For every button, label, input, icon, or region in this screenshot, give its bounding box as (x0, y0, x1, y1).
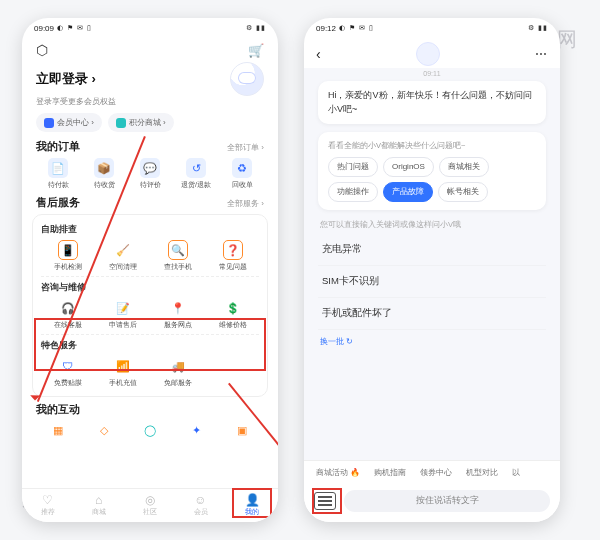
misc-icon[interactable]: ▦ (48, 420, 68, 440)
category-pill[interactable]: 功能操作 (328, 182, 378, 202)
quicklink[interactable]: 以 (512, 467, 520, 478)
cell-label: 申请售后 (109, 320, 137, 330)
heart-icon: ♡ (42, 494, 53, 506)
suggestion-item[interactable]: 手机或配件坏了 (318, 298, 546, 330)
quicklink[interactable]: 商城活动 🔥 (316, 467, 360, 478)
tab-mall[interactable]: ⌂商城 (92, 494, 106, 517)
box-icon: 📦 (94, 158, 114, 178)
svc-service-point[interactable]: 📍服务网点 (151, 298, 204, 330)
cell-label: 常见问题 (219, 262, 247, 272)
chip-member-center[interactable]: 会员中心 › (36, 113, 102, 132)
svc-online-cs[interactable]: 🎧在线客服 (41, 298, 94, 330)
truck-icon: 🚚 (168, 356, 188, 376)
svc-apply-after[interactable]: 📝申请售后 (96, 298, 149, 330)
tab-label: 社区 (143, 507, 157, 517)
status-time: 09:12 (316, 24, 336, 33)
order-item-ship[interactable]: 📦待收货 (82, 158, 126, 190)
order-item-refund[interactable]: ↺退货/退款 (174, 158, 218, 190)
keyboard-icon[interactable] (314, 492, 336, 510)
tab-label: 我的 (245, 507, 259, 517)
order-item-recycle[interactable]: ♻回收单 (220, 158, 264, 190)
category-pill[interactable]: 热门问题 (328, 157, 378, 177)
svc-phone-check[interactable]: 📱手机检测 (41, 240, 94, 272)
tab-member[interactable]: ☺会员 (194, 494, 208, 517)
misc-icon[interactable]: ▣ (232, 420, 252, 440)
svc-repair-price[interactable]: 💲维修价格 (206, 298, 259, 330)
more-icon[interactable]: ⋯ (535, 47, 548, 61)
category-pill[interactable]: 产品故障 (383, 182, 433, 202)
home-icon: ⌂ (95, 494, 102, 506)
orders-more-link[interactable]: 全部订单 › (227, 142, 264, 153)
order-item-review[interactable]: 💬待评价 (128, 158, 172, 190)
subgroup-label-special: 特色服务 (41, 337, 259, 352)
bot-avatar-icon[interactable] (416, 42, 440, 66)
svc-find-phone[interactable]: 🔍查找手机 (151, 240, 204, 272)
doc-icon: 📄 (48, 158, 68, 178)
cell-label: 手机检测 (54, 262, 82, 272)
svc-cleanup[interactable]: 🧹空间清理 (96, 240, 149, 272)
login-button[interactable]: 立即登录 › (36, 70, 96, 88)
tab-recommend[interactable]: ♡推荐 (41, 494, 55, 517)
quicklink[interactable]: 机型对比 (466, 467, 498, 478)
suggest-hint: 您可以直接输入关键词或像这样问小V哦 (304, 218, 560, 234)
voice-input[interactable]: 按住说话转文字 (344, 490, 550, 512)
tab-community[interactable]: ◎社区 (143, 494, 157, 517)
avatar-bot[interactable] (230, 62, 264, 96)
chat-icon: 💬 (140, 158, 160, 178)
status-icons: ◐ ⚑ ✉ ▯ (57, 24, 92, 32)
status-time: 09:09 (34, 24, 54, 33)
chat-bubble-categories: 看看全能的小V都能解决些什么问题吧~ 热门问题OriginOS商城相关功能操作产… (318, 132, 546, 210)
tab-bar: ♡推荐 ⌂商城 ◎社区 ☺会员 👤我的 (22, 488, 278, 522)
cell-label: 免费贴膜 (54, 378, 82, 388)
phone-icon: 📱 (58, 240, 78, 260)
svc-free-film[interactable]: 🛡免费贴膜 (41, 356, 94, 388)
refresh-button[interactable]: 换一批 ↻ (304, 330, 560, 353)
refund-icon: ↺ (186, 158, 206, 178)
settings-icon[interactable]: ⬡ (36, 42, 48, 58)
category-pill[interactable]: 商城相关 (439, 157, 489, 177)
aftersales-card: 自助排查 📱手机检测 🧹空间清理 🔍查找手机 ❓常见问题 咨询与维修 🎧在线客服… (32, 214, 268, 397)
cell-label: 待付款 (48, 180, 69, 190)
category-pill[interactable]: 帐号相关 (438, 182, 488, 202)
svc-recharge[interactable]: 📶手机充值 (96, 356, 149, 388)
login-subtitle: 登录享受更多会员权益 (22, 96, 278, 113)
search-icon: 🔍 (168, 240, 188, 260)
cell-label: 待评价 (140, 180, 161, 190)
quick-links: 商城活动 🔥 购机指南 领券中心 机型对比 以 (304, 461, 560, 484)
quicklink[interactable]: 购机指南 (374, 467, 406, 478)
suggestion-item[interactable]: 充电异常 (318, 234, 546, 266)
category-pill[interactable]: OriginOS (383, 157, 434, 177)
chip-label: 积分商城 › (129, 117, 166, 128)
price-icon: 💲 (223, 298, 243, 318)
question-icon: ❓ (223, 240, 243, 260)
status-icons: ◐ ⚑ ✉ ▯ (339, 24, 374, 32)
suggestion-item[interactable]: SIM卡不识别 (318, 266, 546, 298)
signal-icon: 📶 (113, 356, 133, 376)
cell-label: 空间清理 (109, 262, 137, 272)
chip-points-mall[interactable]: 积分商城 › (108, 113, 174, 132)
order-item-pay[interactable]: 📄待付款 (36, 158, 80, 190)
section-title-aftersales: 售后服务 (36, 196, 80, 210)
back-button[interactable]: ‹ (316, 46, 321, 62)
quicklink[interactable]: 领券中心 (420, 467, 452, 478)
section-title-orders: 我的订单 (36, 140, 80, 154)
tab-mine[interactable]: 👤我的 (245, 494, 260, 517)
cart-icon[interactable]: 🛒 (248, 43, 264, 58)
tab-label: 推荐 (41, 507, 55, 517)
message-time: 09:11 (304, 68, 560, 81)
cell-label: 退货/退款 (181, 180, 211, 190)
status-bar: 09:12◐ ⚑ ✉ ▯ ⚙ ▮▮ (304, 18, 560, 38)
person-icon: 👤 (245, 494, 260, 506)
misc-icon[interactable]: ◯ (140, 420, 160, 440)
cell-label: 回收单 (232, 180, 253, 190)
misc-icon[interactable]: ◇ (94, 420, 114, 440)
svc-faq[interactable]: ❓常见问题 (206, 240, 259, 272)
svc-free-ship[interactable]: 🚚免邮服务 (151, 356, 204, 388)
cell-label: 在线客服 (54, 320, 82, 330)
cell-label: 服务网点 (164, 320, 192, 330)
tab-label: 商城 (92, 507, 106, 517)
misc-icon[interactable]: ✦ (186, 420, 206, 440)
status-bar: 09:09◐ ⚑ ✉ ▯ ⚙ ▮▮ (22, 18, 278, 38)
status-right-icons: ⚙ ▮▮ (528, 24, 548, 32)
aftersales-more-link[interactable]: 全部服务 › (227, 198, 264, 209)
